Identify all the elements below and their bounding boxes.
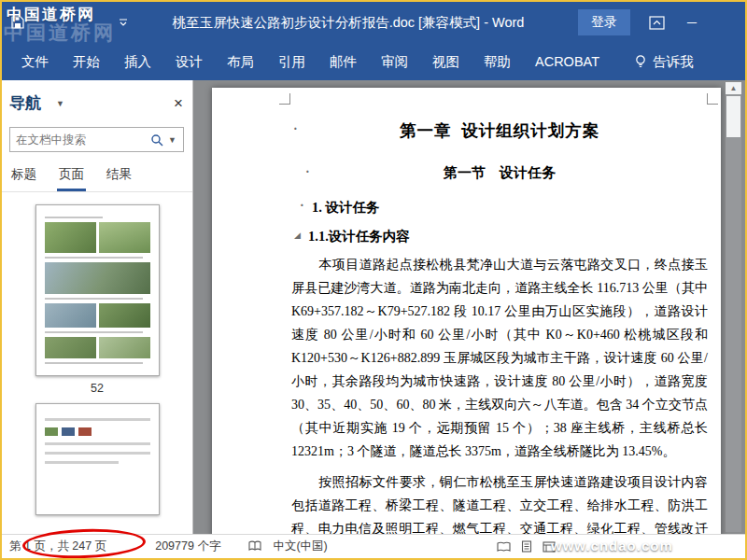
thumbnail-text-line <box>45 418 150 421</box>
tab-view[interactable]: 视图 <box>420 43 472 80</box>
login-button[interactable]: 登录 <box>578 9 630 35</box>
nav-pane-close-icon[interactable]: × <box>174 95 183 111</box>
tab-acrobat[interactable]: ACROBAT <box>523 43 612 80</box>
thumbnail-text-line <box>45 257 143 259</box>
tab-help[interactable]: 帮助 <box>472 43 523 80</box>
thumbnail-photo <box>45 262 150 294</box>
outline-dot-icon[interactable]: · <box>305 165 310 180</box>
thumbnail-photo <box>99 303 150 328</box>
print-layout-icon[interactable] <box>521 540 532 553</box>
body-paragraph-1: 本项目道路起点接松桃县梵净山大道与云落屯路交叉口，终点接玉屏县已建沙湾大道。道路… <box>291 253 708 463</box>
status-bar: 第 1 页，共 247 页 209779 个字 中文(中国) <box>2 534 745 558</box>
main-area: 导航 ▼ × ▼ 标题 页面 结果 <box>2 80 745 534</box>
tab-insert[interactable]: 插入 <box>112 43 163 80</box>
tab-layout[interactable]: 布局 <box>215 43 266 80</box>
tell-me-button[interactable]: 告诉我 <box>634 53 694 71</box>
section-heading: ·第一节 设计任务 <box>291 164 708 182</box>
scrollbar-up-arrow[interactable]: ▲ <box>726 82 741 94</box>
document-area: ·第一章 设计组织计划方案 ·第一节 设计任务 ·1. 设计任务 ◢1.1.设计… <box>193 80 745 534</box>
thumbnail-page-number: 52 <box>91 382 104 395</box>
thumbnail-text-line <box>45 452 150 455</box>
search-dropdown-icon[interactable]: ▼ <box>168 135 176 145</box>
thumbnail-photo <box>45 337 96 358</box>
title-bar: 桃至玉屏快速公路初步设计分析报告.doc [兼容模式] - Word 登录 ─ <box>2 2 745 43</box>
thumbnail-list: 52 <box>2 192 192 534</box>
word-window: 桃至玉屏快速公路初步设计分析报告.doc [兼容模式] - Word 登录 ─ … <box>0 0 747 560</box>
thumbnail-text-line <box>45 362 143 364</box>
read-mode-icon[interactable] <box>497 541 511 553</box>
chapter-heading: ·第一章 设计组织计划方案 <box>291 119 708 142</box>
word-count[interactable]: 209779 个字 <box>155 539 220 554</box>
outline-item-task-content: ◢1.1.设计任务内容 <box>308 228 708 245</box>
thumbnail-photo <box>45 427 58 436</box>
thumbnail-text-line <box>45 442 150 445</box>
minimize-button[interactable]: ─ <box>687 15 697 30</box>
page-indicator[interactable]: 第 1 页，共 247 页 <box>9 539 106 554</box>
page-thumbnail-next[interactable] <box>35 403 160 515</box>
vertical-scrollbar[interactable]: ▲ <box>726 82 741 532</box>
outline-item-design-task: ·1. 设计任务 <box>312 199 708 217</box>
ribbon-tab-bar: 文件 开始 插入 设计 布局 引用 邮件 审阅 视图 帮助 ACROBAT 告诉… <box>2 43 745 80</box>
tell-me-label: 告诉我 <box>653 53 694 71</box>
quick-access-dropdown-icon[interactable] <box>119 18 128 27</box>
view-switcher <box>497 535 556 558</box>
tab-file[interactable]: 文件 <box>9 43 61 80</box>
outline-dot-icon[interactable]: · <box>293 122 299 137</box>
page-thumbnail[interactable] <box>35 204 160 376</box>
document-content: ·第一章 设计组织计划方案 ·第一节 设计任务 ·1. 设计任务 ◢1.1.设计… <box>212 88 721 534</box>
nav-search-input[interactable] <box>10 133 150 147</box>
language-indicator[interactable]: 中文(中国) <box>273 539 327 554</box>
web-layout-icon[interactable] <box>543 541 556 553</box>
lightbulb-icon <box>634 54 647 69</box>
nav-tabs: 标题 页面 结果 <box>2 161 192 192</box>
scrollbar-thumb[interactable] <box>726 96 740 137</box>
tab-review[interactable]: 审阅 <box>369 43 420 80</box>
navigation-pane: 导航 ▼ × ▼ 标题 页面 结果 <box>2 80 193 534</box>
thumbnail-photo <box>78 427 92 436</box>
thumbnail-photo <box>45 303 96 328</box>
outline-collapse-icon[interactable]: ◢ <box>294 231 301 240</box>
tab-home[interactable]: 开始 <box>61 43 112 80</box>
thumbnail-text-line <box>45 461 119 464</box>
thumbnail-text-line <box>45 217 103 218</box>
nav-pane-dropdown-icon[interactable]: ▼ <box>56 99 64 108</box>
thumbnail-text-line <box>45 298 143 300</box>
nav-pane-title: 导航 <box>9 92 41 114</box>
ribbon-display-options-icon[interactable] <box>649 16 665 30</box>
nav-tab-headings[interactable]: 标题 <box>9 161 38 191</box>
window-title: 桃至玉屏快速公路初步设计分析报告.doc [兼容模式] - Word <box>128 14 569 32</box>
tab-design[interactable]: 设计 <box>163 43 215 80</box>
nav-search-box[interactable]: ▼ <box>9 127 184 152</box>
save-icon[interactable] <box>10 15 25 30</box>
search-icon[interactable] <box>150 133 163 147</box>
thumbnail-photo <box>99 222 150 253</box>
outline-dot-icon[interactable]: · <box>300 199 304 214</box>
thumbnail-photo <box>99 337 150 358</box>
proofing-icon[interactable] <box>248 540 261 553</box>
thumbnail-photo <box>45 222 96 253</box>
document-page[interactable]: ·第一章 设计组织计划方案 ·第一节 设计任务 ·1. 设计任务 ◢1.1.设计… <box>212 88 721 534</box>
nav-tab-results[interactable]: 结果 <box>105 161 134 191</box>
nav-pane-header: 导航 ▼ × <box>2 80 192 118</box>
thumbnail-text-line <box>45 331 143 333</box>
thumbnail-photo <box>62 427 75 436</box>
body-paragraph-2: 按照招标文件要求，铜仁市松桃至玉屏快速道路建设项目设计内容包括道路工程、桥梁工程… <box>291 470 708 534</box>
tab-mailings[interactable]: 邮件 <box>317 43 369 80</box>
nav-tab-pages[interactable]: 页面 <box>57 161 86 191</box>
tab-references[interactable]: 引用 <box>266 43 317 80</box>
